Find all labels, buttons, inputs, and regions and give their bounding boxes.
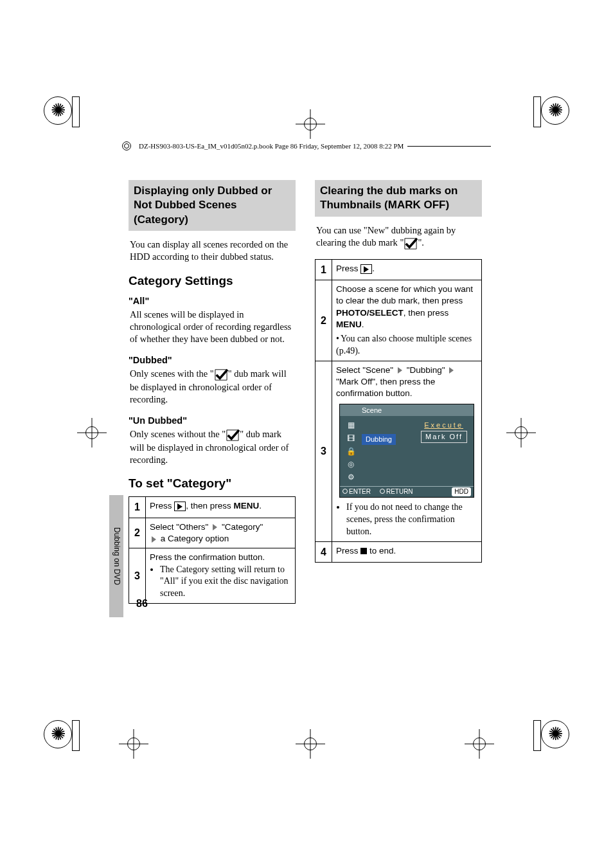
side-tab: Dubbing on DVD (109, 495, 123, 617)
left-column: Displaying only Dubbed or Not Dubbed Sce… (129, 180, 296, 604)
right-column: Clearing the dub marks on Thumbnails (MA… (315, 180, 482, 604)
reg-cross-icon (119, 729, 148, 759)
crop-mark-icon: ✺ (518, 96, 569, 148)
step-text: Press . (332, 259, 482, 280)
step-text: Press the confirmation button. The Categ… (146, 548, 296, 604)
step-number: 3 (129, 548, 146, 604)
header-crop-bar: DZ-HS903-803-US-Ea_IM_v01d05n02.p.book P… (122, 140, 491, 152)
intro-paragraph: You can display all scenes recorded on t… (130, 239, 294, 263)
reg-cross-icon (506, 418, 536, 448)
reg-cross-icon (77, 418, 107, 448)
page: ✺ ✺ ✺ ✺ DZ-HS903-803-US-Ea_IM_v01d05n02.… (0, 0, 613, 868)
step-text: Press to end. (332, 541, 482, 563)
table-row: 2 Select "Others" "Category" a Category … (129, 518, 296, 548)
step-text: Select "Scene" "Dubbing" "Mark Off", the… (332, 361, 482, 541)
table-row: 1 Press , then press MENU. (129, 497, 296, 518)
osd-hdd-badge: HDD (452, 487, 471, 496)
arrow-right-icon (398, 367, 402, 374)
header-crop-text: DZ-HS903-803-US-Ea_IM_v01d05n02.p.book P… (135, 142, 407, 150)
circle-icon (380, 489, 385, 494)
osd-menu: Scene ▦ 🎞 🔒 ◎ ⚙ (339, 404, 474, 498)
gear-icon: ⚙ (348, 472, 355, 482)
crop-mark-icon: ✺ (518, 720, 569, 772)
steps-table-left: 1 Press , then press MENU. 2 Select "Oth… (129, 496, 296, 604)
circle-icon (342, 489, 348, 494)
table-row: 2 Choose a scene for which you want to c… (315, 280, 482, 361)
step-number: 3 (315, 361, 332, 541)
crop-mark-icon: ✺ (44, 96, 95, 148)
osd-markoff: Mark Off (421, 431, 467, 443)
step-number: 1 (315, 259, 332, 280)
checkmark-icon (214, 368, 228, 381)
step-text: Select "Others" "Category" a Category op… (146, 518, 296, 548)
table-row: 3 Press the confirmation button. The Cat… (129, 548, 296, 604)
arrow-right-icon (449, 367, 454, 374)
step-note: If you do not need to change the scenes,… (346, 502, 477, 538)
intro-paragraph: You can use "New" dubbing again by clear… (316, 224, 481, 250)
play-button-icon (174, 502, 186, 511)
para-dubbed: Only scenes with the "" dub mark will be… (130, 368, 294, 406)
page-number: 86 (136, 597, 148, 610)
step-text: Choose a scene for which you want to cle… (332, 280, 482, 361)
subhead-all: "All" (129, 295, 296, 307)
subhead-dubbed: "Dubbed" (129, 354, 296, 366)
disc-icon: ◎ (348, 459, 354, 469)
table-row: 1 Press . (315, 259, 482, 280)
content-area: Dubbing on DVD Displaying only Dubbed or… (129, 180, 485, 604)
section-title: Clearing the dub marks on Thumbnails (MA… (315, 180, 482, 217)
table-row: 4 Press to end. (315, 541, 482, 563)
arrow-right-icon (213, 524, 217, 530)
stop-button-icon (360, 548, 367, 554)
osd-top-label: Scene (362, 406, 382, 415)
osd-dubbing: Dubbing (362, 434, 396, 445)
table-row: 3 Select "Scene" "Dubbing" "Mark Off", t… (315, 361, 482, 541)
film-icon: 🎞 (347, 433, 355, 444)
osd-execute: Execute (420, 420, 467, 431)
heading-category-settings: Category Settings (129, 273, 296, 289)
step-number: 2 (129, 518, 146, 548)
section-title: Displaying only Dubbed or Not Dubbed Sce… (129, 180, 296, 231)
checkmark-icon (226, 429, 240, 442)
reg-cross-icon (465, 729, 494, 759)
step-number: 4 (315, 541, 332, 563)
scene-icon: ▦ (348, 420, 355, 430)
para-undubbed: Only scenes without the "" dub mark will… (130, 428, 294, 466)
osd-left-icons: ▦ 🎞 🔒 ◎ ⚙ (344, 420, 358, 482)
subhead-undubbed: "Un Dubbed" (129, 415, 296, 427)
step-number: 2 (315, 280, 332, 361)
play-button-icon (360, 264, 372, 274)
reg-cross-icon (296, 109, 325, 139)
step-number: 1 (129, 497, 146, 518)
lock-icon: 🔒 (346, 446, 356, 457)
steps-table-right: 1 Press . 2 Choose a scene for which you… (315, 259, 482, 563)
crop-mark-icon: ✺ (44, 720, 95, 772)
reg-cross-icon (296, 729, 325, 759)
heading-to-set-category: To set "Category" (129, 475, 296, 491)
checkmark-icon (404, 237, 418, 250)
side-tab-label: Dubbing on DVD (111, 527, 121, 585)
arrow-right-icon (152, 536, 156, 543)
para-all: All scenes will be displayed in chronolo… (130, 309, 294, 345)
step-text: Press , then press MENU. (146, 497, 296, 518)
ring-icon (122, 141, 131, 150)
